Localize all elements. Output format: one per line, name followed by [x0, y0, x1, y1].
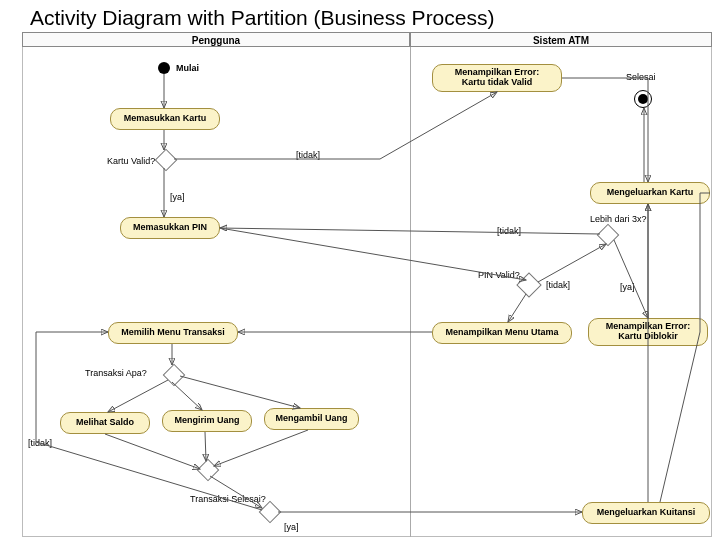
- lane-atm-header: Sistem ATM: [410, 32, 712, 47]
- label-tx-done: Transaksi Selesai?: [190, 494, 266, 504]
- label-mulai: Mulai: [176, 63, 199, 73]
- guard-ya3: [ya]: [620, 282, 635, 292]
- act-receipt: Mengeluarkan Kuitansi: [582, 502, 710, 524]
- act-send: Mengirim Uang: [162, 410, 252, 432]
- act-withdraw: Mengambil Uang: [264, 408, 359, 430]
- act-err-blocked: Menampilkan Error: Kartu Diblokir: [588, 318, 708, 346]
- act-insert-card: Memasukkan Kartu: [110, 108, 220, 130]
- label-card-valid: Kartu Valid?: [107, 156, 155, 166]
- guard-ya1: [ya]: [170, 192, 185, 202]
- final-node: [634, 90, 652, 108]
- label-pin-valid: PIN Valid?: [478, 270, 520, 280]
- page-title: Activity Diagram with Partition (Busines…: [0, 0, 720, 32]
- label-selesai: Selesai: [626, 72, 656, 82]
- act-balance: Melihat Saldo: [60, 412, 150, 434]
- act-err-card: Menampilkan Error: Kartu tidak Valid: [432, 64, 562, 92]
- act-choose-menu: Memilih Menu Transaksi: [108, 322, 238, 344]
- diagram-canvas: Pengguna Sistem ATM Mulai Memasukkan Kar…: [0, 32, 720, 537]
- guard-ya4: [ya]: [284, 522, 299, 532]
- lane-user-header: Pengguna: [22, 32, 410, 47]
- label-more-3x: Lebih dari 3x?: [590, 214, 647, 224]
- guard-tidak3: [tidak]: [546, 280, 570, 290]
- guard-tidak1: [tidak]: [296, 150, 320, 160]
- label-trans-type: Transaksi Apa?: [85, 368, 147, 378]
- guard-tidak2: [tidak]: [497, 226, 521, 236]
- initial-node: [158, 62, 170, 74]
- act-eject-card: Mengeluarkan Kartu: [590, 182, 710, 204]
- act-main-menu: Menampilkan Menu Utama: [432, 322, 572, 344]
- guard-tidak4: [tidak]: [28, 438, 52, 448]
- act-enter-pin: Memasukkan PIN: [120, 217, 220, 239]
